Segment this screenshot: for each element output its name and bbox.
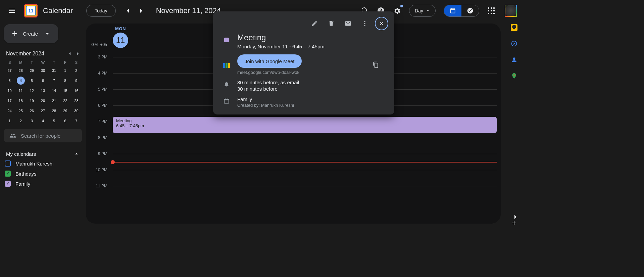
create-button[interactable]: Create (4, 24, 58, 43)
my-calendars-header[interactable]: My calendars (4, 150, 82, 157)
mini-cal-prev-button[interactable] (66, 50, 74, 58)
mini-cal-day[interactable]: 27 (39, 107, 47, 115)
day-number[interactable]: 11 (113, 33, 128, 48)
mini-cal-day[interactable]: 8 (61, 77, 69, 85)
delete-event-button[interactable] (325, 17, 338, 30)
mini-cal-dow: T (49, 60, 60, 64)
svg-point-2 (364, 21, 365, 22)
maps-icon[interactable] (511, 73, 517, 79)
hour-line (113, 170, 497, 170)
mini-cal-day[interactable]: 15 (61, 87, 69, 95)
mini-cal-day[interactable]: 6 (39, 77, 47, 85)
calendar-logo: 11 (24, 4, 38, 17)
mini-cal-day[interactable]: 5 (50, 117, 58, 125)
main-menu-button[interactable] (5, 4, 19, 17)
account-avatar[interactable] (505, 5, 517, 17)
copy-meet-link-button[interactable] (369, 58, 382, 72)
mini-cal-day[interactable]: 28 (17, 66, 25, 75)
calendar-checkbox[interactable] (5, 181, 11, 187)
calendar-list: Mahrukh KureshiBirthdaysFamily (4, 160, 82, 187)
mini-cal-day[interactable]: 26 (28, 107, 36, 115)
svg-point-3 (364, 23, 365, 24)
mini-cal-day[interactable]: 27 (6, 66, 14, 75)
tasks-icon[interactable] (511, 40, 517, 47)
svg-point-1 (513, 74, 515, 76)
view-selector[interactable]: Day (409, 5, 436, 17)
event-options-button[interactable] (358, 17, 371, 30)
mini-cal-next-button[interactable] (74, 50, 82, 58)
mini-cal-dow: M (15, 60, 26, 64)
mini-cal-dow: S (4, 60, 15, 64)
mini-cal-day[interactable]: 4 (39, 117, 47, 125)
mini-cal-day[interactable]: 5 (28, 77, 36, 85)
search-people-input[interactable]: Search for people (4, 129, 82, 142)
calendar-icon (223, 96, 230, 108)
calendar-list-item[interactable]: Family (5, 181, 81, 187)
mini-cal-day[interactable]: 1 (6, 117, 14, 125)
settings-notification-dot (400, 5, 403, 7)
mini-cal-day[interactable]: 29 (28, 66, 36, 75)
calendar-list-item[interactable]: Birthdays (5, 171, 81, 177)
mini-cal-day[interactable]: 13 (39, 87, 47, 95)
calendar-label: Mahrukh Kureshi (15, 161, 53, 167)
mini-calendar-month[interactable]: November 2024 (4, 51, 66, 57)
calendar-list-item[interactable]: Mahrukh Kureshi (5, 160, 81, 167)
calendar-view-button[interactable] (444, 5, 461, 16)
event-block-meeting[interactable]: Meeting 6:45 – 7:45pm (113, 117, 497, 133)
mini-cal-day[interactable]: 1 (61, 66, 69, 75)
mini-cal-day[interactable]: 2 (72, 66, 80, 75)
next-day-button[interactable] (135, 4, 148, 17)
calendar-checkbox[interactable] (5, 171, 11, 177)
tasks-view-button[interactable] (461, 5, 479, 16)
hour-label: 4 PM (86, 71, 110, 76)
google-apps-button[interactable] (485, 4, 498, 17)
current-time-dot (111, 160, 115, 164)
prev-day-button[interactable] (121, 4, 135, 17)
contacts-icon[interactable] (511, 56, 517, 63)
mini-cal-day[interactable]: 6 (61, 117, 69, 125)
notification-icon (223, 80, 230, 92)
show-side-panel-button[interactable] (509, 210, 522, 224)
mini-cal-day[interactable]: 21 (50, 97, 58, 105)
hour-label: 9 PM (86, 151, 110, 156)
mini-cal-day[interactable]: 30 (39, 66, 47, 75)
calendar-label: Birthdays (15, 171, 37, 177)
mini-cal-day[interactable]: 29 (61, 107, 69, 115)
mini-cal-day[interactable]: 28 (50, 107, 58, 115)
keep-icon[interactable] (511, 24, 517, 31)
mini-cal-day[interactable]: 19 (28, 97, 36, 105)
mini-cal-day[interactable]: 4 (17, 77, 25, 85)
mini-cal-day[interactable]: 11 (17, 87, 25, 95)
today-button[interactable]: Today (86, 5, 115, 17)
calendar-checkbox[interactable] (5, 160, 11, 167)
mini-cal-day[interactable]: 24 (6, 107, 14, 115)
mini-cal-day[interactable]: 30 (72, 107, 80, 115)
day-of-week: MON (115, 26, 126, 31)
mini-cal-day[interactable]: 3 (28, 117, 36, 125)
app-title: Calendar (43, 6, 73, 15)
mini-cal-day[interactable]: 7 (50, 77, 58, 85)
mini-cal-day[interactable]: 17 (6, 97, 14, 105)
mini-cal-day[interactable]: 9 (72, 77, 80, 85)
mini-cal-day[interactable]: 12 (28, 87, 36, 95)
mini-cal-day[interactable]: 3 (6, 77, 14, 85)
current-time-line (113, 162, 497, 163)
mini-cal-day[interactable]: 25 (17, 107, 25, 115)
mini-cal-day[interactable]: 23 (72, 97, 80, 105)
event-details-popup: Meeting Monday, November 11 ⋅ 6:45 – 7:4… (213, 11, 394, 114)
mini-cal-day[interactable]: 7 (72, 117, 80, 125)
mini-cal-day[interactable]: 16 (72, 87, 80, 95)
mini-cal-day[interactable]: 2 (17, 117, 25, 125)
join-meet-button[interactable]: Join with Google Meet (237, 54, 302, 68)
mini-cal-day[interactable]: 18 (17, 97, 25, 105)
mini-cal-day[interactable]: 31 (50, 66, 58, 75)
mini-cal-day[interactable]: 20 (39, 97, 47, 105)
mini-cal-day[interactable]: 22 (61, 97, 69, 105)
hour-label: 7 PM (86, 119, 110, 124)
close-popup-button[interactable] (375, 17, 388, 30)
mini-cal-day[interactable]: 10 (6, 87, 14, 95)
edit-event-button[interactable] (308, 17, 321, 30)
mini-cal-day[interactable]: 14 (50, 87, 58, 95)
search-people-placeholder: Search for people (21, 133, 60, 139)
email-guests-button[interactable] (341, 17, 355, 30)
